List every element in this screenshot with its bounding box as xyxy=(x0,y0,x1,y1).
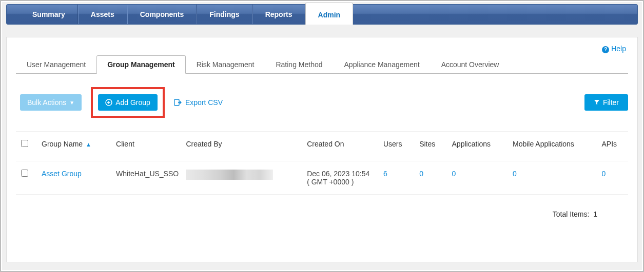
export-icon xyxy=(174,99,182,106)
col-label: Client xyxy=(116,140,134,148)
cell-created-on: Dec 06, 2023 10:54 ( GMT +0000 ) xyxy=(307,170,369,186)
tab-account-overview[interactable]: Account Overview xyxy=(431,55,510,74)
col-sites[interactable]: Sites xyxy=(414,132,446,161)
nav-label: Assets xyxy=(91,10,114,18)
sort-asc-icon: ▲ xyxy=(86,141,91,148)
tab-label: Account Overview xyxy=(441,60,499,69)
export-csv-label: Export CSV xyxy=(185,98,223,107)
nav-label: Reports xyxy=(265,10,292,18)
col-created-on[interactable]: Created On xyxy=(302,132,378,161)
nav-admin[interactable]: Admin xyxy=(305,3,354,25)
export-csv-link[interactable]: Export CSV xyxy=(174,98,223,107)
cell-client: WhiteHat_US_SSO xyxy=(116,170,179,178)
tab-label: Group Management xyxy=(107,60,174,69)
tab-group-management[interactable]: Group Management xyxy=(96,55,185,74)
tab-label: Rating Method xyxy=(276,60,322,69)
nav-assets[interactable]: Assets xyxy=(78,5,127,24)
col-client[interactable]: Client xyxy=(111,132,181,161)
table-row: Asset Group WhiteHat_US_SSO Dec 06, 2023… xyxy=(16,161,628,195)
col-applications[interactable]: Applications xyxy=(447,132,508,161)
col-label: Sites xyxy=(419,140,435,148)
cell-apis-link[interactable]: 0 xyxy=(601,170,606,178)
nav-label: Summary xyxy=(32,10,65,18)
groups-table: Group Name ▲ Client Created By Created O… xyxy=(16,131,628,195)
col-mobile-applications[interactable]: Mobile Applications xyxy=(508,132,596,161)
bulk-actions-button[interactable]: Bulk Actions ▼ xyxy=(20,94,82,111)
nav-summary[interactable]: Summary xyxy=(7,5,78,24)
nav-label: Admin xyxy=(318,11,341,19)
select-all-checkbox[interactable] xyxy=(21,140,28,147)
row-checkbox[interactable] xyxy=(21,170,28,177)
filter-icon xyxy=(594,99,600,106)
add-group-highlight: Add Group xyxy=(91,87,165,118)
top-nav: Summary Assets Components Findings Repor… xyxy=(6,4,638,25)
col-label: Created By xyxy=(186,140,222,148)
caret-down-icon: ▼ xyxy=(69,100,74,106)
tab-label: User Management xyxy=(27,60,86,69)
tab-appliance-management[interactable]: Appliance Management xyxy=(334,55,431,74)
nav-label: Components xyxy=(140,10,184,18)
filter-label: Filter xyxy=(603,98,619,107)
col-label: Users xyxy=(383,140,402,148)
total-label: Total Items: xyxy=(553,210,590,218)
add-group-button[interactable]: Add Group xyxy=(98,94,158,111)
filter-button[interactable]: Filter xyxy=(584,94,628,111)
tab-label: Risk Management xyxy=(197,60,255,69)
help-icon: ? xyxy=(602,46,609,53)
col-label: Created On xyxy=(307,140,344,148)
cell-mobile-applications-link[interactable]: 0 xyxy=(513,170,517,178)
col-label: Group Name xyxy=(42,140,83,148)
col-apis[interactable]: APIs xyxy=(596,132,628,161)
cell-created-by-redacted xyxy=(186,170,273,180)
tab-risk-management[interactable]: Risk Management xyxy=(186,55,265,74)
col-group-name[interactable]: Group Name ▲ xyxy=(36,132,111,161)
plus-circle-icon xyxy=(105,99,112,106)
total-value: 1 xyxy=(593,210,597,218)
group-name-link[interactable]: Asset Group xyxy=(42,170,82,178)
subtabs: User Management Group Management Risk Ma… xyxy=(16,55,628,74)
content-card: ?Help User Management Group Management R… xyxy=(6,37,638,262)
tab-rating-method[interactable]: Rating Method xyxy=(265,55,333,74)
col-label: APIs xyxy=(601,140,617,148)
col-label: Applications xyxy=(452,140,491,148)
nav-label: Findings xyxy=(209,10,239,18)
col-created-by[interactable]: Created By xyxy=(181,132,302,161)
bulk-actions-label: Bulk Actions xyxy=(27,98,66,107)
tab-user-management[interactable]: User Management xyxy=(16,55,96,74)
col-label: Mobile Applications xyxy=(513,140,574,148)
help-label: Help xyxy=(611,45,626,53)
cell-users-link[interactable]: 6 xyxy=(383,170,387,178)
tab-label: Appliance Management xyxy=(344,60,420,69)
total-items: Total Items: 1 xyxy=(16,195,628,223)
toolbar: Bulk Actions ▼ Add Group Export CSV Filt… xyxy=(16,74,628,131)
add-group-label: Add Group xyxy=(115,98,150,107)
cell-sites-link[interactable]: 0 xyxy=(419,170,423,178)
nav-reports[interactable]: Reports xyxy=(252,5,305,24)
nav-findings[interactable]: Findings xyxy=(197,5,252,24)
cell-applications-link[interactable]: 0 xyxy=(452,170,456,178)
nav-components[interactable]: Components xyxy=(127,5,197,24)
help-link[interactable]: ?Help xyxy=(602,45,626,53)
col-users[interactable]: Users xyxy=(378,132,414,161)
